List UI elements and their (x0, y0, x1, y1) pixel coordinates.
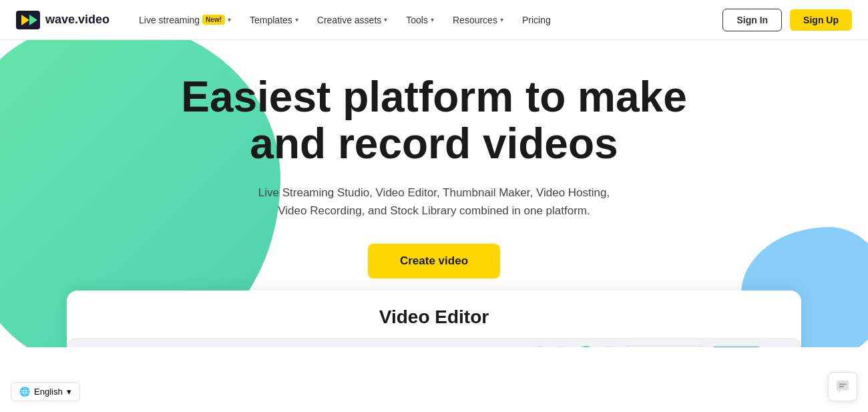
check-button[interactable]: ✓ (577, 346, 596, 347)
svg-rect-7 (839, 383, 847, 385)
hero-section: Easiest platform to make and record vide… (0, 40, 868, 347)
language-label: English (34, 387, 63, 397)
wave-video-logo-icon (16, 11, 40, 29)
svg-rect-6 (837, 381, 849, 391)
svg-rect-8 (839, 386, 844, 387)
chevron-down-icon: ▾ (431, 16, 434, 23)
editor-app-bar: wave.video Promo video ··· ↺ ↻ ✓ ⏱ W Wav… (67, 339, 801, 347)
publish-button[interactable]: Publish (711, 347, 761, 347)
navbar: wave.video Live streaming New! ▾ Templat… (0, 0, 868, 40)
sign-in-button[interactable]: Sign In (722, 9, 782, 31)
new-badge: New! (202, 15, 225, 25)
chevron-down-icon: ▾ (295, 16, 298, 23)
nav-item-tools[interactable]: Tools ▾ (398, 9, 442, 31)
nav-item-templates[interactable]: Templates ▾ (242, 9, 306, 31)
sign-up-button[interactable]: Sign Up (790, 9, 852, 31)
undo-button[interactable]: ↺ (529, 346, 548, 347)
nav-auth: Sign In Sign Up (722, 9, 852, 31)
language-selector[interactable]: 🌐 English ▾ (11, 382, 80, 401)
redo-button[interactable]: ↻ (553, 346, 572, 347)
chevron-down-icon: ▾ (384, 16, 387, 23)
nav-item-resources[interactable]: Resources ▾ (445, 9, 511, 31)
editor-controls: ↺ ↻ ✓ ⏱ W Wave.video ▾ Publish 😊 ▾ (529, 346, 790, 347)
nav-item-pricing[interactable]: Pricing (514, 9, 559, 31)
hero-title: Easiest platform to make and record vide… (140, 73, 728, 168)
title-dropdown[interactable]: W Wave.video ▾ (625, 346, 705, 347)
timer-button[interactable]: ⏱ (601, 346, 620, 347)
nav-item-creative-assets[interactable]: Creative assets ▾ (309, 9, 395, 31)
chat-widget[interactable] (828, 372, 857, 401)
nav-menu: Live streaming New! ▾ Templates ▾ Creati… (131, 9, 722, 31)
hero-subtitle: Live Streaming Studio, Video Editor, Thu… (247, 184, 621, 220)
language-chevron-icon: ▾ (67, 387, 71, 397)
chevron-down-icon: ▾ (500, 16, 503, 23)
video-editor-title: Video Editor (67, 306, 801, 328)
nav-item-live-streaming[interactable]: Live streaming New! ▾ (131, 9, 239, 31)
video-editor-preview: Video Editor wave.video Promo video ··· … (67, 290, 801, 347)
chevron-down-icon: ▾ (228, 16, 231, 23)
logo-text: wave.video (45, 13, 110, 27)
create-video-button[interactable]: Create video (368, 244, 500, 278)
chat-icon (835, 379, 850, 394)
hero-content: Easiest platform to make and record vide… (0, 40, 868, 278)
logo[interactable]: wave.video (16, 11, 110, 29)
globe-icon: 🌐 (19, 387, 30, 397)
